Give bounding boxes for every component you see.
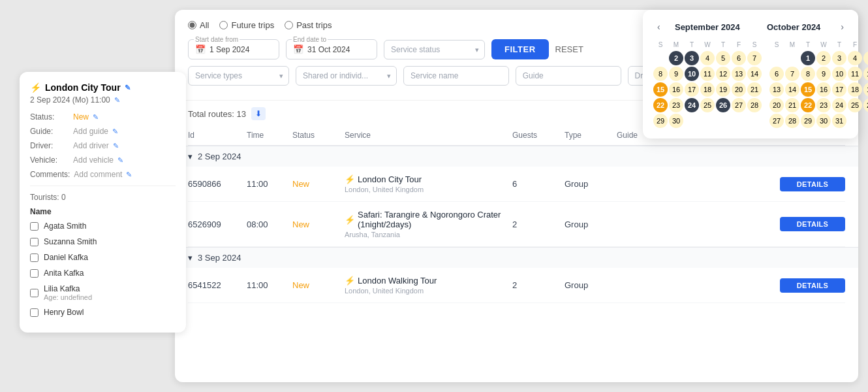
edit-subtitle-icon[interactable]: ✎: [114, 96, 120, 105]
details-button[interactable]: DETAILS: [780, 278, 845, 293]
calendar-day[interactable]: 26: [716, 98, 730, 112]
edit-vehicle-icon[interactable]: ✎: [117, 156, 123, 165]
row-status: New: [292, 280, 345, 290]
calendar-day[interactable]: 10: [832, 67, 846, 81]
calendar-day[interactable]: 17: [832, 82, 846, 97]
calendar-day[interactable]: 13: [769, 82, 784, 97]
calendar-day[interactable]: 16: [816, 82, 831, 97]
end-date-input[interactable]: End date to 📅 31 Oct 2024: [286, 39, 377, 59]
calendar-day[interactable]: 30: [669, 114, 683, 128]
calendar-day[interactable]: 3: [685, 51, 699, 65]
calendar-day[interactable]: 15: [801, 82, 815, 97]
calendar-day[interactable]: 18: [700, 82, 715, 97]
calendar-day[interactable]: 16: [669, 82, 683, 97]
calendar-day[interactable]: 31: [832, 114, 846, 128]
calendar-day[interactable]: 27: [769, 114, 784, 128]
calendar-day[interactable]: 19: [863, 82, 868, 97]
filter-button[interactable]: FILTER: [491, 39, 549, 59]
date-group-row[interactable]: ▾ 2 Sep 2024: [175, 146, 858, 167]
calendar-day[interactable]: 9: [669, 67, 683, 81]
calendar-day[interactable]: 11: [848, 67, 862, 81]
guide-input[interactable]: [516, 66, 621, 86]
calendar-day[interactable]: 1: [801, 51, 815, 65]
calendar-day[interactable]: 23: [816, 98, 831, 112]
calendar-day[interactable]: 29: [801, 114, 815, 128]
shared-select[interactable]: Shared or individ...: [296, 66, 397, 86]
edit-driver-icon[interactable]: ✎: [113, 142, 119, 150]
date-group-row[interactable]: ▾ 3 Sep 2024: [175, 247, 858, 268]
calendar-day[interactable]: 11: [700, 67, 715, 81]
calendar-day[interactable]: 27: [732, 98, 746, 112]
calendar-day[interactable]: 22: [801, 98, 815, 112]
calendar-day[interactable]: 21: [747, 82, 762, 97]
radio-all[interactable]: All: [188, 20, 209, 30]
calendar-day[interactable]: 10: [685, 67, 699, 81]
details-button[interactable]: DETAILS: [780, 177, 845, 191]
calendar-day[interactable]: 14: [785, 82, 799, 97]
name-column-header: Name: [30, 207, 176, 216]
calendar-day[interactable]: 28: [785, 114, 799, 128]
calendar-day[interactable]: 21: [785, 98, 799, 112]
tourist-checkbox[interactable]: [30, 289, 39, 297]
calendar-day[interactable]: 18: [848, 82, 862, 97]
calendar-day[interactable]: 12: [863, 67, 868, 81]
details-button[interactable]: DETAILS: [780, 217, 845, 231]
tourist-checkbox[interactable]: [30, 238, 39, 246]
calendar-day[interactable]: 3: [832, 51, 846, 65]
calendar-day[interactable]: 20: [769, 98, 784, 112]
calendar-day[interactable]: 25: [848, 98, 862, 112]
calendar-day[interactable]: 30: [816, 114, 831, 128]
calendar-day[interactable]: 23: [669, 98, 683, 112]
tourist-checkbox[interactable]: [30, 222, 39, 231]
service-name-input[interactable]: [403, 66, 509, 86]
start-date-input[interactable]: Start date from 📅 1 Sep 2024: [188, 39, 279, 59]
row-guests: 6: [512, 179, 565, 189]
calendar-day[interactable]: 2: [669, 51, 683, 65]
edit-status-icon[interactable]: ✎: [93, 113, 99, 122]
calendar-day[interactable]: 29: [653, 114, 668, 128]
calendar-day-header: T: [716, 40, 730, 50]
export-icon[interactable]: ⬇: [251, 107, 266, 120]
tourist-name: Henry Bowl: [44, 308, 84, 317]
calendar-day[interactable]: 20: [732, 82, 746, 97]
tourist-checkbox[interactable]: [30, 308, 39, 317]
calendar-day[interactable]: 24: [685, 98, 699, 112]
calendar-day[interactable]: 24: [832, 98, 846, 112]
row-id: 6526909: [188, 220, 247, 229]
calendar-day[interactable]: 7: [785, 67, 799, 81]
tourist-checkbox[interactable]: [30, 269, 39, 278]
calendar-day[interactable]: 9: [816, 67, 831, 81]
calendar-day[interactable]: 19: [716, 82, 730, 97]
edit-comments-icon[interactable]: ✎: [126, 171, 132, 179]
calendar-day[interactable]: 6: [769, 67, 784, 81]
calendar-day[interactable]: 2: [816, 51, 831, 65]
edit-guide-icon[interactable]: ✎: [112, 127, 118, 136]
radio-past[interactable]: Past trips: [285, 20, 332, 30]
calendar-day[interactable]: 13: [732, 67, 746, 81]
service-status-select[interactable]: Service status: [384, 40, 485, 59]
calendar-next-btn[interactable]: ›: [837, 20, 848, 33]
calendar-day[interactable]: 28: [747, 98, 762, 112]
calendar-day[interactable]: 4: [700, 51, 715, 65]
calendar-day[interactable]: 25: [700, 98, 715, 112]
calendar-day[interactable]: 12: [716, 67, 730, 81]
calendar-day[interactable]: 5: [863, 51, 868, 65]
calendar-day[interactable]: 8: [801, 67, 815, 81]
calendar-day[interactable]: 6: [732, 51, 746, 65]
calendar-day[interactable]: 26: [863, 98, 868, 112]
calendar-day[interactable]: 5: [716, 51, 730, 65]
calendar-day[interactable]: 4: [848, 51, 862, 65]
radio-future[interactable]: Future trips: [219, 20, 274, 30]
reset-button[interactable]: RESET: [555, 44, 583, 54]
service-types-select[interactable]: Service types: [188, 66, 289, 86]
calendar-day[interactable]: 7: [747, 51, 762, 65]
calendar-day: [848, 114, 862, 128]
calendar-prev-btn[interactable]: ‹: [653, 20, 664, 33]
calendar-day[interactable]: 22: [653, 98, 668, 112]
edit-title-icon[interactable]: ✎: [125, 84, 131, 92]
calendar-day[interactable]: 14: [747, 67, 762, 81]
calendar-day[interactable]: 17: [685, 82, 699, 97]
calendar-day[interactable]: 15: [653, 82, 668, 97]
tourist-checkbox[interactable]: [30, 253, 39, 262]
calendar-day[interactable]: 8: [653, 67, 668, 81]
